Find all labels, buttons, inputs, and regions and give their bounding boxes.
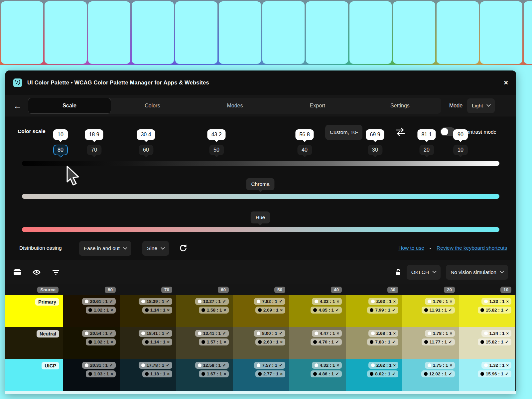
swap-icon[interactable]: [395, 127, 406, 136]
canvas-card[interactable]: [88, 1, 130, 64]
black-dot-icon: [88, 308, 92, 312]
scale-cell-80[interactable]: 20.61 : 1✓1.02 : 1×: [63, 295, 120, 327]
tab-scale[interactable]: Scale: [28, 98, 111, 114]
scale-cell-50[interactable]: 7.82 : 1✓2.69 : 1×: [233, 295, 289, 327]
canvas-card[interactable]: [480, 1, 522, 64]
canvas-card[interactable]: [175, 1, 217, 64]
white-dot-icon: [141, 300, 145, 303]
scale-cell-30[interactable]: 2.62 : 1×8.02 : 1✓: [346, 359, 402, 391]
scale-cell-70[interactable]: 18.41 : 1✓1.14 : 1×: [120, 327, 176, 359]
scale-cell-50[interactable]: 8.00 : 1✓2.63 : 1×: [233, 327, 289, 359]
vision-simulation-select[interactable]: No vision simulation: [446, 265, 508, 280]
stop-handle-50[interactable]: 50: [209, 145, 224, 155]
canvas-card[interactable]: [349, 1, 392, 64]
stop-handle-10[interactable]: 10: [453, 145, 468, 155]
contrast-ratio: 11.91 : 1: [430, 308, 447, 313]
scale-cell-20[interactable]: 1.78 : 1×11.77 : 1✓: [402, 327, 459, 359]
stop-handle-40[interactable]: 40: [297, 145, 312, 155]
keyboard-shortcuts-link[interactable]: Review the keyboard shortcuts: [437, 245, 507, 251]
tab-export[interactable]: Export: [276, 98, 359, 114]
scale-stop-60: 30.460: [137, 129, 155, 155]
canvas-card[interactable]: [45, 1, 87, 64]
pass-icon: ✓: [109, 299, 113, 304]
lock-icon[interactable]: [395, 269, 401, 276]
scale-cell-70[interactable]: 17.78 : 1✓1.18 : 1×: [120, 359, 176, 391]
scale-cell-30[interactable]: 2.68 : 1×7.83 : 1✓: [346, 327, 402, 359]
contrast-badge-black: 7.99 : 1✓: [367, 307, 398, 314]
stop-value-tooltip: 69.9: [366, 129, 384, 140]
column-header-pill: 50: [274, 287, 285, 293]
scale-cell-10[interactable]: 1.32 : 1×15.96 : 1✓: [459, 359, 515, 391]
scale-cell-80[interactable]: 20.54 : 1✓1.02 : 1×: [63, 327, 120, 359]
scale-stop-70: 18.970: [85, 129, 103, 155]
canvas-card[interactable]: [306, 1, 348, 64]
toggle-knob: [441, 128, 448, 135]
black-dot-icon: [370, 372, 373, 376]
canvas-card[interactable]: [524, 1, 532, 64]
chroma-slider[interactable]: [22, 194, 499, 199]
how-to-use-link[interactable]: How to use: [398, 245, 424, 251]
contrast-mode-toggle[interactable]: [440, 127, 456, 136]
pass-icon: ✓: [449, 308, 452, 313]
palette-view-icon[interactable]: [13, 269, 33, 276]
mode-select[interactable]: Light: [467, 98, 495, 113]
eye-icon[interactable]: [33, 269, 52, 275]
canvas-card[interactable]: [1, 1, 43, 64]
preset-select[interactable]: Custom, 10-: [325, 125, 362, 140]
contrast-badge-black: 15.82 : 1✓: [478, 307, 511, 314]
scale-cell-60[interactable]: 12.58 : 1✓1.67 : 1×: [176, 359, 233, 391]
scale-cell-70[interactable]: 18.39 : 1✓1.14 : 1×: [120, 295, 176, 327]
back-arrow-icon[interactable]: ←: [13, 101, 28, 110]
scale-cell-20[interactable]: 1.75 : 1×12.02 : 1✓: [402, 359, 459, 391]
tab-colors[interactable]: Colors: [111, 98, 194, 114]
scale-cell-60[interactable]: 13.41 : 1✓1.57 : 1×: [176, 327, 233, 359]
mode-value: Light: [472, 103, 483, 109]
stop-handle-20[interactable]: 20: [419, 145, 434, 155]
scale-cell-80[interactable]: 20.31 : 1✓1.03 : 1×: [63, 359, 120, 391]
tab-modes[interactable]: Modes: [194, 98, 276, 114]
scale-cell-40[interactable]: 4.33 : 1×4.85 : 1✓: [289, 295, 346, 327]
source-swatch[interactable]: Neutral: [5, 327, 63, 359]
lightness-slider[interactable]: [22, 161, 499, 166]
easing-select[interactable]: Ease in and out: [79, 241, 131, 256]
source-swatch[interactable]: Primary: [5, 295, 63, 327]
canvas-card[interactable]: [393, 1, 435, 64]
fail-icon: ×: [336, 299, 339, 304]
stop-handle-60[interactable]: 60: [139, 145, 153, 155]
contrast-badge-white: 2.68 : 1×: [368, 330, 398, 337]
canvas-card[interactable]: [437, 1, 479, 64]
hue-slider[interactable]: [22, 227, 499, 232]
color-space-select[interactable]: OKLCH: [407, 265, 441, 280]
stop-handle-80[interactable]: 80: [53, 145, 68, 155]
stop-value-tooltip: 56.8: [295, 129, 314, 140]
scale-cell-40[interactable]: 4.32 : 1×4.86 : 1✓: [289, 359, 346, 391]
canvas-card[interactable]: [262, 1, 305, 64]
white-dot-icon: [315, 363, 318, 367]
scale-cell-40[interactable]: 4.47 : 1×4.70 : 1✓: [289, 327, 346, 359]
contrast-badge-white: 4.33 : 1×: [312, 298, 342, 305]
scale-cell-50[interactable]: 7.57 : 1✓2.77 : 1×: [233, 359, 289, 391]
source-header-pill: Source: [37, 287, 59, 293]
curve-select[interactable]: Sine: [142, 241, 169, 256]
canvas-card[interactable]: [219, 1, 261, 64]
black-dot-icon: [258, 308, 262, 312]
scale-cell-30[interactable]: 2.63 : 1×7.99 : 1✓: [346, 295, 402, 327]
filter-icon[interactable]: [52, 269, 71, 276]
scale-cell-60[interactable]: 13.27 : 1✓1.58 : 1×: [176, 295, 233, 327]
scale-cell-10[interactable]: 1.34 : 1×15.82 : 1✓: [459, 327, 515, 359]
stop-handle-70[interactable]: 70: [87, 145, 101, 155]
scale-cell-10[interactable]: 1.33 : 1×15.82 : 1✓: [459, 295, 515, 327]
contrast-badge-black: 1.57 : 1×: [199, 338, 229, 345]
source-swatch[interactable]: UICP: [5, 359, 63, 391]
mode-label: Mode: [449, 103, 463, 109]
mouse-cursor: [65, 165, 82, 186]
stop-handle-30[interactable]: 30: [368, 145, 382, 155]
help-links: How to use • Review the keyboard shortcu…: [398, 245, 507, 251]
refresh-icon[interactable]: [179, 244, 188, 252]
canvas-card[interactable]: [132, 1, 174, 64]
scale-cell-20[interactable]: 1.76 : 1×11.91 : 1✓: [402, 295, 459, 327]
tab-settings[interactable]: Settings: [359, 98, 441, 114]
contrast-ratio: 4.70 : 1: [319, 339, 334, 344]
close-icon[interactable]: ×: [504, 79, 508, 86]
curve-value: Sine: [147, 245, 157, 251]
